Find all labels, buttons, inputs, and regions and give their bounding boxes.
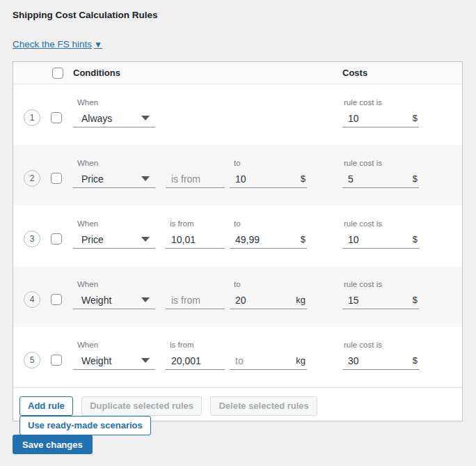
fs-hints-link[interactable]: Check the FS hints▼ xyxy=(13,39,102,49)
rule-cost-field: rule cost is $ xyxy=(342,219,419,249)
costs-column-header: Costs xyxy=(342,62,367,84)
range-field: to $ xyxy=(230,159,307,188)
currency-unit-label: $ xyxy=(413,295,419,305)
range-unit-label: $ xyxy=(301,173,307,184)
when-select[interactable]: Weight xyxy=(73,291,155,309)
rule-row: 3 When Price is from to $ rule cost is xyxy=(13,205,462,266)
range-field-label xyxy=(166,280,225,291)
when-select-field: When Price xyxy=(73,219,155,249)
select-caret-down-icon xyxy=(141,358,150,363)
rule-checkbox[interactable] xyxy=(51,112,62,123)
rule-checkbox[interactable] xyxy=(51,355,62,366)
rule-number-badge: 2 xyxy=(24,170,40,187)
rule-number-badge: 4 xyxy=(24,291,40,308)
range-field: to kg xyxy=(230,280,307,309)
when-label: When xyxy=(73,159,155,170)
when-select[interactable]: Price xyxy=(73,231,155,249)
range-field-label: is from xyxy=(166,341,225,352)
duplicate-selected-rules-button: Duplicate selected rules xyxy=(81,396,202,416)
rule-row: 4 When Weight to kg rule cost is $ xyxy=(13,266,462,327)
rule-cost-input[interactable] xyxy=(342,113,413,124)
rule-checkbox[interactable] xyxy=(51,173,62,184)
range-input[interactable] xyxy=(166,234,223,245)
use-ready-made-scenarios-button[interactable]: Use ready-made scenarios xyxy=(19,416,151,435)
currency-unit-label: $ xyxy=(413,355,419,366)
rule-cost-field: rule cost is $ xyxy=(342,341,419,370)
add-rule-button[interactable]: Add rule xyxy=(19,396,73,416)
range-field xyxy=(166,280,225,309)
rule-checkbox[interactable] xyxy=(51,294,62,305)
when-select-field: When Price xyxy=(73,159,155,188)
rule-checkbox[interactable] xyxy=(51,233,62,244)
when-select-value: Price xyxy=(81,234,104,245)
when-label: When xyxy=(73,280,155,291)
rule-cost-field: rule cost is $ xyxy=(342,98,419,127)
rule-cost-label: rule cost is xyxy=(342,341,419,352)
when-label: When xyxy=(73,341,155,352)
rule-cost-label: rule cost is xyxy=(342,98,419,109)
range-field-label: to xyxy=(230,280,307,291)
save-changes-button[interactable]: Save changes xyxy=(13,435,93,454)
fs-hints-link-label: Check the FS hints xyxy=(13,39,92,49)
when-select-field: When Weight xyxy=(73,280,155,309)
select-caret-down-icon xyxy=(141,237,150,242)
range-field: is from xyxy=(166,341,225,370)
range-input[interactable] xyxy=(166,295,223,306)
when-select[interactable]: Always xyxy=(73,109,155,127)
when-select-field: When Weight xyxy=(73,341,155,370)
when-select[interactable]: Weight xyxy=(73,352,155,370)
currency-unit-label: $ xyxy=(413,234,419,244)
range-field xyxy=(166,159,225,188)
when-select-value: Weight xyxy=(81,355,111,366)
range-input[interactable] xyxy=(230,234,301,245)
range-field-label: to xyxy=(230,219,307,231)
when-select-value: Weight xyxy=(81,295,111,306)
range-field-label: is from xyxy=(166,219,225,231)
range-field-label xyxy=(166,159,225,170)
page: Shipping Cost Calculation Rules Check th… xyxy=(0,10,476,454)
rule-cost-field: rule cost is $ xyxy=(342,280,419,309)
when-select-value: Price xyxy=(81,173,104,185)
rule-row: 1 When Always rule cost is $ xyxy=(13,84,462,145)
select-caret-down-icon xyxy=(141,297,150,302)
currency-unit-label: $ xyxy=(413,113,419,123)
rules-table: Conditions Costs 1 When Always rule cost… xyxy=(13,61,463,421)
select-caret-down-icon xyxy=(141,116,150,121)
table-footer: Add rule Duplicate selected rules Delete… xyxy=(13,387,462,421)
select-all-checkbox[interactable] xyxy=(52,68,63,79)
rule-cost-label: rule cost is xyxy=(342,159,419,170)
rules-body: 1 When Always rule cost is $ 2 When Pric… xyxy=(13,84,462,387)
rule-cost-input[interactable] xyxy=(342,355,413,366)
range-input[interactable] xyxy=(230,295,296,306)
currency-unit-label: $ xyxy=(413,173,419,184)
range-field: kg xyxy=(230,341,307,370)
caret-down-icon: ▼ xyxy=(94,40,102,49)
table-header: Conditions Costs xyxy=(13,62,462,84)
when-select[interactable]: Price xyxy=(73,170,155,188)
range-input[interactable] xyxy=(230,173,301,185)
when-select-field: When Always xyxy=(73,98,155,127)
range-unit-label: kg xyxy=(296,355,307,366)
rule-number-badge: 1 xyxy=(24,109,40,126)
when-label: When xyxy=(73,98,155,109)
conditions-column-header: Conditions xyxy=(73,62,120,84)
rule-number-badge: 3 xyxy=(24,231,40,247)
range-field: to $ xyxy=(230,219,307,249)
range-input[interactable] xyxy=(230,355,296,366)
rule-cost-input[interactable] xyxy=(342,173,413,185)
range-input[interactable] xyxy=(166,173,223,185)
rule-row: 2 When Price to $ rule cost is $ xyxy=(13,145,462,205)
rule-cost-field: rule cost is $ xyxy=(342,159,419,188)
when-label: When xyxy=(73,219,155,231)
range-unit-label: $ xyxy=(301,234,307,244)
rule-cost-label: rule cost is xyxy=(342,280,419,291)
rule-cost-input[interactable] xyxy=(342,295,413,306)
range-input[interactable] xyxy=(166,355,223,366)
range-field-label: to xyxy=(230,159,307,170)
range-field-label xyxy=(230,341,307,352)
rule-cost-input[interactable] xyxy=(342,234,413,245)
page-title: Shipping Cost Calculation Rules xyxy=(13,10,463,20)
rule-cost-label: rule cost is xyxy=(342,219,419,231)
when-select-value: Always xyxy=(81,113,112,124)
rule-number-badge: 5 xyxy=(24,352,40,368)
